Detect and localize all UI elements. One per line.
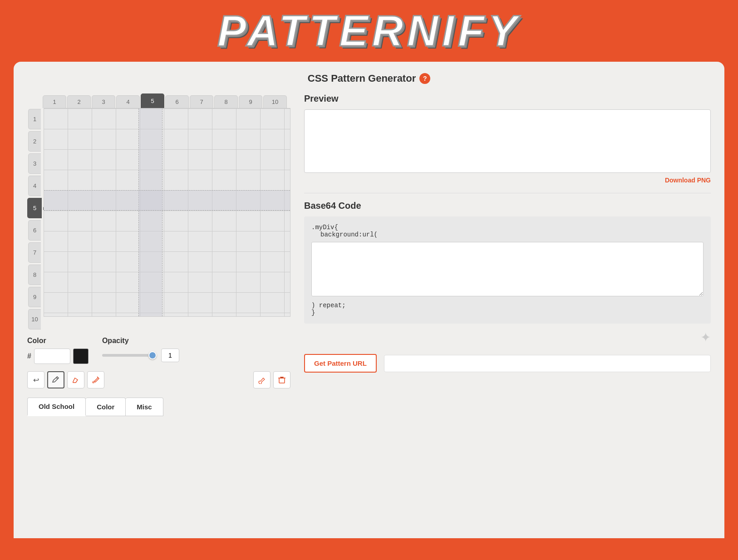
pencil-button[interactable] bbox=[47, 371, 64, 388]
tab-color[interactable]: Color bbox=[86, 398, 126, 416]
tab-old-school[interactable]: Old School bbox=[27, 398, 86, 416]
opacity-control: Opacity bbox=[102, 337, 179, 362]
eraser-button[interactable] bbox=[67, 371, 84, 388]
subtitle-text: CSS Pattern Generator bbox=[308, 73, 416, 84]
grid-wrapper: 1 2 3 4 5 6 7 8 9 10 bbox=[27, 108, 290, 329]
row-highlight bbox=[44, 190, 290, 211]
fill-icon bbox=[258, 376, 266, 384]
row-tab-3[interactable]: 3 bbox=[28, 153, 41, 174]
row-tab-8[interactable]: 8 bbox=[28, 265, 41, 285]
pencil-icon bbox=[52, 376, 60, 384]
col-tab-6[interactable]: 6 bbox=[165, 95, 189, 108]
code-line2: background:url( bbox=[311, 231, 704, 238]
plugin-icon[interactable]: ✦ bbox=[700, 330, 711, 344]
col-tab-3[interactable]: 3 bbox=[92, 95, 115, 108]
row-tabs: 1 2 3 4 5 6 7 8 9 10 bbox=[27, 108, 42, 329]
code-line4: } bbox=[311, 309, 704, 316]
opacity-slider[interactable] bbox=[102, 354, 157, 357]
col-tab-10[interactable]: 10 bbox=[263, 95, 287, 108]
preview-title: Preview bbox=[304, 93, 711, 104]
code-line3: ) repeat; bbox=[311, 302, 704, 309]
preview-box bbox=[304, 109, 711, 173]
col-tab-9[interactable]: 9 bbox=[239, 95, 262, 108]
row-tab-10[interactable]: 10 bbox=[28, 309, 41, 329]
pattern-tabs: Old School Color Misc bbox=[27, 398, 290, 416]
color-swatch[interactable] bbox=[73, 349, 89, 364]
row-tab-9[interactable]: 9 bbox=[28, 287, 41, 307]
code-block: .myDiv{ background:url( ) repeat; } bbox=[304, 216, 711, 324]
col-tabs-row: 1 2 3 4 5 6 7 8 9 10 bbox=[43, 93, 290, 108]
divider bbox=[304, 193, 711, 193]
col-tab-7[interactable]: 7 bbox=[190, 95, 213, 108]
tab-misc[interactable]: Misc bbox=[126, 398, 163, 416]
color-input-row: # bbox=[27, 349, 89, 364]
row-tab-4[interactable]: 4 bbox=[28, 176, 41, 196]
base64-textarea[interactable] bbox=[311, 242, 704, 296]
app-header: PATTERNIFY bbox=[0, 0, 738, 57]
left-panel: 1 2 3 4 5 6 7 8 9 10 1 2 3 4 5 bbox=[27, 93, 290, 416]
dropper-icon bbox=[92, 376, 100, 384]
pattern-url-input[interactable] bbox=[384, 355, 711, 372]
grid-canvas[interactable] bbox=[44, 108, 290, 317]
get-pattern-button[interactable]: Get Pattern URL bbox=[304, 354, 377, 373]
undo-button[interactable]: ↩ bbox=[27, 371, 44, 388]
bottom-row: Get Pattern URL bbox=[304, 354, 711, 373]
col-tab-2[interactable]: 2 bbox=[67, 95, 91, 108]
row-tab-5[interactable]: 5 bbox=[27, 198, 42, 218]
opacity-row bbox=[102, 349, 179, 362]
col-tab-5[interactable]: 5 bbox=[141, 93, 164, 108]
tool-buttons: ↩ bbox=[27, 371, 290, 388]
hash-symbol: # bbox=[27, 352, 31, 360]
download-png-link[interactable]: Download PNG bbox=[304, 177, 711, 184]
dropper-button[interactable] bbox=[87, 371, 104, 388]
color-label: Color bbox=[27, 337, 89, 345]
col-tab-1[interactable]: 1 bbox=[43, 95, 66, 108]
code-line1: .myDiv{ bbox=[311, 224, 704, 231]
delete-button[interactable] bbox=[273, 371, 290, 388]
content-layout: 1 2 3 4 5 6 7 8 9 10 1 2 3 4 5 bbox=[27, 93, 711, 416]
right-panel: Preview Download PNG Base64 Code .myDiv{… bbox=[304, 93, 711, 416]
col-tab-4[interactable]: 4 bbox=[116, 95, 140, 108]
row-tab-2[interactable]: 2 bbox=[28, 131, 41, 152]
svg-rect-1 bbox=[279, 378, 285, 383]
trash-icon bbox=[278, 376, 286, 384]
main-container: CSS Pattern Generator ? 1 2 3 4 5 6 7 8 … bbox=[14, 62, 724, 538]
plugin-area: ✦ bbox=[304, 328, 711, 349]
color-text-input[interactable] bbox=[34, 349, 70, 364]
base64-title: Base64 Code bbox=[304, 201, 711, 211]
color-control: Color # bbox=[27, 337, 89, 364]
help-icon[interactable]: ? bbox=[419, 73, 430, 84]
opacity-label: Opacity bbox=[102, 337, 179, 345]
col-highlight bbox=[138, 108, 162, 316]
row-tab-6[interactable]: 6 bbox=[28, 220, 41, 241]
controls-row: Color # Opacity bbox=[27, 337, 290, 364]
row-tab-1[interactable]: 1 bbox=[28, 109, 41, 129]
col-tab-8[interactable]: 8 bbox=[214, 95, 238, 108]
page-subtitle: CSS Pattern Generator ? bbox=[27, 73, 711, 84]
app-title: PATTERNIFY bbox=[0, 9, 738, 53]
opacity-value-input[interactable] bbox=[161, 349, 179, 362]
eraser-icon bbox=[72, 376, 80, 384]
fill-button[interactable] bbox=[253, 371, 271, 388]
row-tab-7[interactable]: 7 bbox=[28, 242, 41, 263]
